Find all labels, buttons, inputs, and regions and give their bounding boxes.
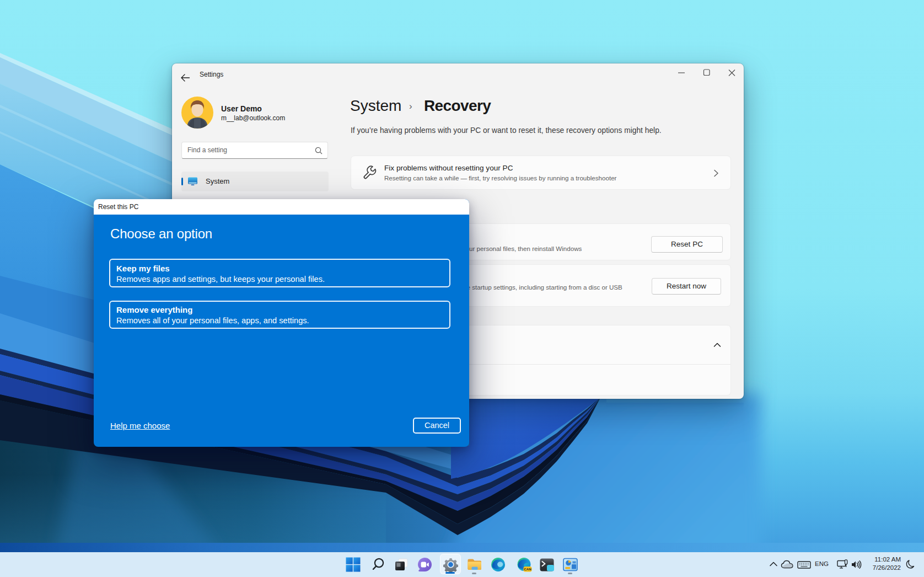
svg-text:CAN: CAN <box>524 567 531 571</box>
